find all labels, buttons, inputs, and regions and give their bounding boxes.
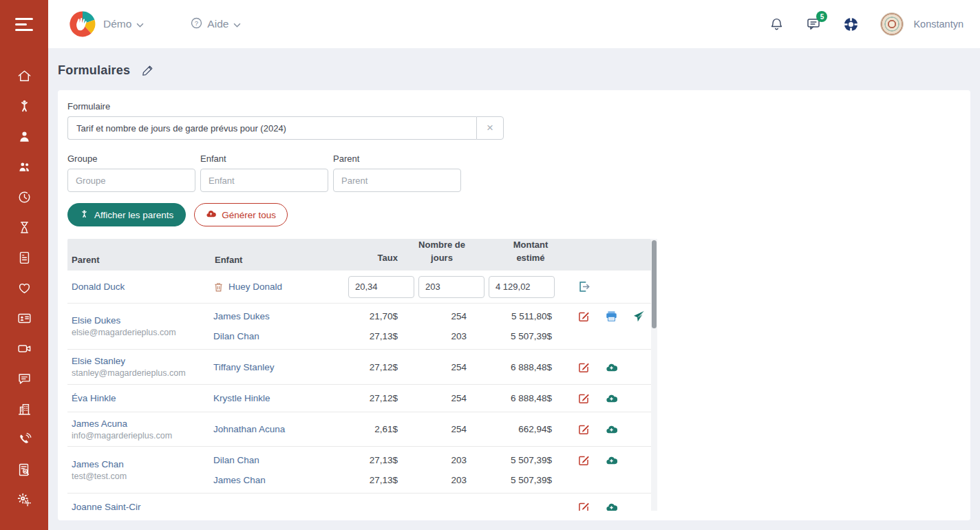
menu-toggle-button[interactable] xyxy=(0,0,48,48)
edit-icon[interactable] xyxy=(578,392,590,404)
jours-input[interactable] xyxy=(418,276,484,298)
sidebar-item-video[interactable] xyxy=(0,335,48,365)
sidebar-item-settings[interactable] xyxy=(0,486,48,516)
parent-name-link[interactable]: Donald Duck xyxy=(72,282,211,292)
send-icon[interactable] xyxy=(633,310,646,322)
sidebar-item-attendance[interactable] xyxy=(0,183,48,213)
edit-icon[interactable] xyxy=(578,361,590,373)
parent-input[interactable] xyxy=(333,169,461,192)
parent-name-link[interactable]: James Acuna xyxy=(72,418,211,429)
generate-all-button[interactable]: Générer tous xyxy=(194,203,288,226)
edit-icon[interactable] xyxy=(578,423,590,435)
table-row: Elsie Stanleystanley@magarderieplus.comT… xyxy=(67,350,651,385)
cloud-upload-icon[interactable] xyxy=(606,392,618,404)
cloud-upload-icon[interactable] xyxy=(606,423,618,435)
sidebar-item-educators[interactable] xyxy=(0,123,48,153)
parent-label: Parent xyxy=(333,153,461,164)
child-name-link[interactable]: Krystle Hinkle xyxy=(213,393,270,403)
table-row: James Chantest@test.comDilan Chan27,13$2… xyxy=(67,447,651,494)
child-cell: Krystle Hinkle xyxy=(211,393,348,403)
topbar: Démo ? Aide 5 Konstantyn xyxy=(48,0,980,48)
support-lifering-icon[interactable] xyxy=(842,16,860,33)
child-name-link[interactable]: Dilan Chan xyxy=(213,455,259,465)
sidebar-item-organization[interactable] xyxy=(0,395,48,425)
parent-cell: Joanne Saint-Cir xyxy=(67,494,211,511)
sidebar-item-waiting-list[interactable] xyxy=(0,213,48,244)
sidebar-item-contacts[interactable] xyxy=(0,304,48,335)
edit-icon[interactable] xyxy=(578,310,590,322)
montant-value: 6 888,48$ xyxy=(479,393,555,403)
cloud-upload-icon[interactable] xyxy=(606,361,618,373)
child-name-link[interactable]: James Chan xyxy=(213,475,266,485)
sidebar-item-messages[interactable] xyxy=(0,365,48,395)
chat-icon xyxy=(17,371,32,390)
print-icon[interactable] xyxy=(606,310,618,322)
child-name-link[interactable]: Dilan Chan xyxy=(213,331,259,341)
export-icon[interactable] xyxy=(578,281,590,293)
cloud-upload-icon[interactable] xyxy=(606,501,618,511)
taux-input[interactable] xyxy=(348,276,414,298)
show-parents-button[interactable]: Afficher les parents xyxy=(67,203,186,226)
col-nombre-de-jours: Nombre de jours xyxy=(410,239,479,271)
edit-icon[interactable] xyxy=(578,454,590,466)
child-lines: Krystle Hinkle27,12$2546 888,48$ xyxy=(211,385,651,412)
child-cell: Tiffany Stanley xyxy=(211,362,348,372)
parent-name-link[interactable]: James Chan xyxy=(72,459,211,469)
enfant-input[interactable] xyxy=(200,169,328,192)
form-card: Formulaire × Groupe Enfant Parent xyxy=(58,90,970,520)
sidebar-item-families[interactable] xyxy=(0,153,48,183)
jours-value: 203 xyxy=(410,475,479,485)
generate-all-label: Générer tous xyxy=(222,210,276,220)
sidebar-item-billing[interactable] xyxy=(0,244,48,274)
child-lines xyxy=(211,494,651,511)
table-row: Elsie Dukeselsie@magarderieplus.comJames… xyxy=(67,304,651,350)
parent-email: stanley@magarderieplus.com xyxy=(72,368,211,378)
sidebar-item-reports[interactable] xyxy=(0,456,48,486)
child-name-link[interactable]: Huey Donald xyxy=(228,282,282,292)
app-logo-icon xyxy=(69,10,96,38)
edit-title-pencil-icon[interactable] xyxy=(141,64,154,77)
parent-name-link[interactable]: Elsie Stanley xyxy=(72,356,211,366)
person-icon xyxy=(17,129,32,147)
sidebar-item-health[interactable] xyxy=(0,274,48,304)
aide-dropdown[interactable]: ? Aide xyxy=(191,17,241,32)
sidebar-item-children[interactable] xyxy=(0,92,48,123)
child-name-link[interactable]: Johnathan Acuna xyxy=(213,424,285,434)
child-lines: Johnathan Acuna2,61$254662,94$ xyxy=(211,412,651,446)
groupe-input[interactable] xyxy=(67,169,195,192)
demo-dropdown-label: Démo xyxy=(103,18,131,30)
parent-name-link[interactable]: Éva Hinkle xyxy=(72,393,211,403)
child-name-link[interactable]: James Dukes xyxy=(213,311,270,321)
parent-cell: Donald Duck xyxy=(67,271,211,303)
child-line: Dilan Chan27,13$2035 507,39$ xyxy=(211,326,651,346)
home-icon xyxy=(17,68,32,87)
messages-icon[interactable]: 5 xyxy=(805,16,822,32)
user-avatar[interactable] xyxy=(880,12,904,36)
trash-icon[interactable] xyxy=(213,282,224,293)
notifications-bell-icon[interactable] xyxy=(769,17,785,32)
app-window: Démo ? Aide 5 Konstantyn Formulaire xyxy=(0,0,980,530)
montant-value: 5 507,39$ xyxy=(479,331,555,341)
cloud-upload-icon[interactable] xyxy=(606,454,618,466)
montant-value: 5 507,39$ xyxy=(479,475,555,485)
parent-name-link[interactable]: Elsie Dukes xyxy=(72,315,211,326)
col-montant-estime: Montant estimé xyxy=(479,239,555,271)
sidebar-item-home[interactable] xyxy=(0,62,48,92)
jours-value: 254 xyxy=(410,311,479,321)
hourglass-icon xyxy=(17,220,32,238)
montant-input[interactable] xyxy=(489,276,555,298)
clear-formulaire-button[interactable]: × xyxy=(476,116,504,140)
table-scrollbar-thumb[interactable] xyxy=(652,240,657,328)
parent-name-link[interactable]: Joanne Saint-Cir xyxy=(72,502,211,511)
col-parent: Parent xyxy=(67,255,211,271)
child-name-link[interactable]: Tiffany Stanley xyxy=(213,362,275,372)
taux-value: 27,13$ xyxy=(348,455,410,465)
brand-menu[interactable]: Démo xyxy=(69,10,144,38)
formulaire-select[interactable] xyxy=(67,116,476,140)
edit-icon[interactable] xyxy=(578,501,590,511)
row-actions xyxy=(555,501,651,511)
child-line: Dilan Chan27,13$2035 507,39$ xyxy=(211,450,651,470)
parents-table: Parent Enfant Taux Nombre de jours Monta… xyxy=(67,239,657,511)
table-scrollbar[interactable] xyxy=(651,239,657,511)
sidebar-item-calls[interactable] xyxy=(0,425,48,456)
